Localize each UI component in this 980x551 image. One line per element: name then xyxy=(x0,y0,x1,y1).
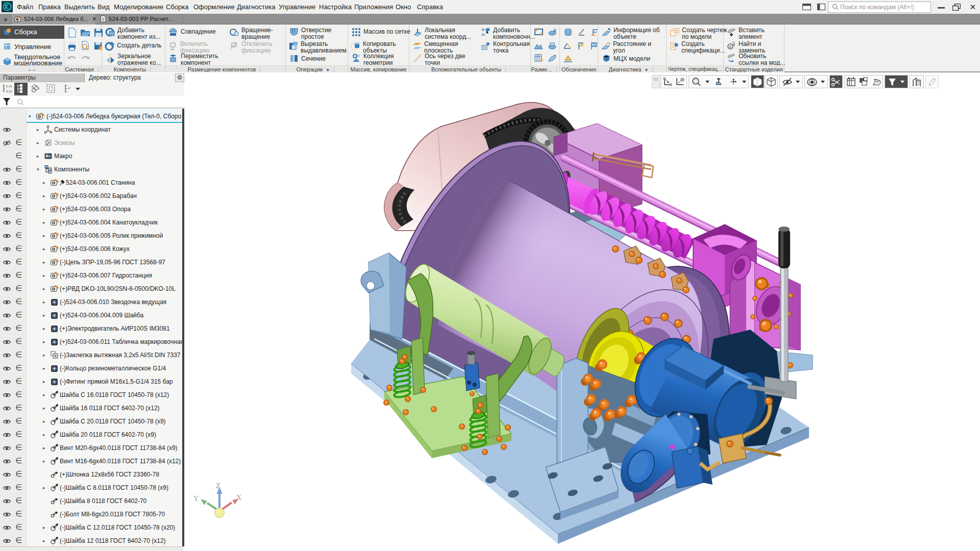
svg-text:2:12: 2:12 xyxy=(6,90,12,93)
svg-text:?: ? xyxy=(608,42,610,46)
svg-text:?: ? xyxy=(609,28,611,32)
svg-text:1:11: 1:11 xyxy=(6,85,12,88)
svg-text:А: А xyxy=(729,44,732,49)
